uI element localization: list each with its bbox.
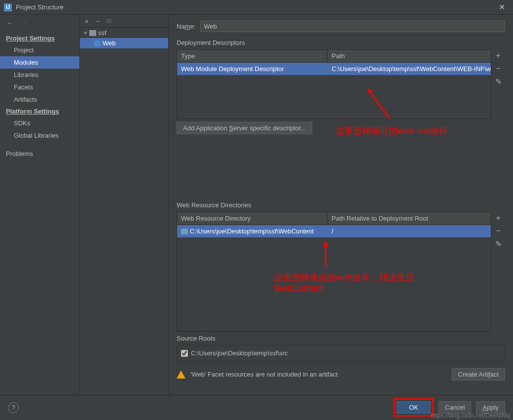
ok-button[interactable]: OK <box>397 401 431 414</box>
create-artifact-button[interactable]: Create Artifact <box>452 368 505 381</box>
tree-item-root[interactable]: ▾ ssf <box>80 28 168 38</box>
sidebar-item-facets[interactable]: Facets <box>0 81 79 93</box>
wr-row[interactable]: C:\Users\joe\Desktop\temp\ssf\WebContent… <box>177 225 491 237</box>
source-root-checkbox[interactable] <box>181 350 188 357</box>
nav-arrows: ← → <box>0 17 79 30</box>
wr-remove-icon[interactable]: − <box>496 227 500 235</box>
dd-edit-icon[interactable]: ✎ <box>495 77 502 86</box>
source-roots-label: Source Roots <box>177 335 505 342</box>
wr-row-dir: C:\Users\joe\Desktop\temp\ssf\WebContent <box>177 225 328 237</box>
web-icon <box>94 40 101 47</box>
sidebar: ← → Project Settings Project Modules Lib… <box>0 15 80 395</box>
watermark: https://blog.csdn.net/DeeNiMa <box>431 412 510 419</box>
dd-row-path: C:\Users\joe\Desktop\temp\ssf\WebContent… <box>328 63 491 75</box>
dd-row-type: Web Module Deployment Descriptor <box>177 63 328 75</box>
content-panel: Name: Deployment Descriptors Type Path W… <box>169 15 513 395</box>
help-icon[interactable]: ? <box>8 402 19 413</box>
web-resource-label: Web Resource Directories <box>177 201 505 209</box>
name-input[interactable] <box>200 21 505 32</box>
titlebar: IJ Project Structure ✕ <box>0 0 513 15</box>
sidebar-item-sdks[interactable]: SDKs <box>0 117 79 129</box>
section-platform-settings: Platform Settings <box>0 106 79 117</box>
tree-toolbar: + − ⧉ <box>80 15 168 28</box>
dd-header-path: Path <box>328 50 491 62</box>
dd-add-icon[interactable]: + <box>496 51 500 60</box>
dd-actions: + − ✎ <box>491 49 505 119</box>
copy-icon[interactable]: ⧉ <box>107 17 111 25</box>
dd-header-type: Type <box>177 50 328 62</box>
sidebar-item-artifacts[interactable]: Artifacts <box>0 93 79 106</box>
wr-actions: + − ✎ <box>491 212 505 332</box>
folder-icon <box>181 229 188 234</box>
sidebar-item-global-libraries[interactable]: Global Libraries <box>0 129 79 142</box>
wr-add-icon[interactable]: + <box>496 214 500 223</box>
folder-icon <box>89 30 96 36</box>
sidebar-item-problems[interactable]: Problems <box>0 148 79 160</box>
warning-icon <box>177 371 185 379</box>
tree-item-web[interactable]: Web <box>80 38 168 48</box>
sidebar-item-project[interactable]: Project <box>0 44 79 56</box>
wr-header-dir: Web Resource Directory <box>177 212 328 225</box>
back-arrow-icon[interactable]: ← <box>6 19 14 28</box>
window-title: Project Structure <box>16 3 494 11</box>
app-icon: IJ <box>4 3 12 11</box>
dd-remove-icon[interactable]: − <box>496 64 500 73</box>
deployment-descriptors-label: Deployment Descriptors <box>177 39 505 46</box>
add-icon[interactable]: + <box>85 17 89 25</box>
warning-text: 'Web' Facet resources are not included i… <box>190 371 447 378</box>
module-tree-panel: + − ⧉ ▾ ssf Web <box>80 15 169 395</box>
tree-child-label: Web <box>103 39 116 47</box>
wr-edit-icon[interactable]: ✎ <box>495 239 502 249</box>
remove-icon[interactable]: − <box>96 17 100 25</box>
source-roots-box: C:\Users\joe\Desktop\temp\ssf\src <box>177 345 505 361</box>
dd-row[interactable]: Web Module Deployment Descriptor C:\User… <box>177 63 491 75</box>
webres-table: Web Resource Directory Path Relative to … <box>177 212 491 332</box>
sidebar-item-modules[interactable]: Modules <box>0 56 79 69</box>
close-icon[interactable]: ✕ <box>494 2 509 12</box>
deployment-table: Type Path Web Module Deployment Descript… <box>177 49 491 119</box>
section-project-settings: Project Settings <box>0 33 79 44</box>
wr-header-rel: Path Relative to Deployment Root <box>328 212 491 225</box>
forward-arrow-icon[interactable]: → <box>20 19 28 28</box>
tree-root-label: ssf <box>98 29 107 37</box>
wr-row-rel: / <box>328 225 491 237</box>
ok-highlight: OK <box>394 398 434 417</box>
sidebar-item-libraries[interactable]: Libraries <box>0 69 79 81</box>
add-descriptor-button[interactable]: Add Application Server specific descript… <box>177 122 312 134</box>
warning-row: 'Web' Facet resources are not included i… <box>177 366 505 382</box>
source-root-path: C:\Users\joe\Desktop\temp\ssf\src <box>191 349 288 357</box>
name-label: Name: <box>177 23 195 30</box>
